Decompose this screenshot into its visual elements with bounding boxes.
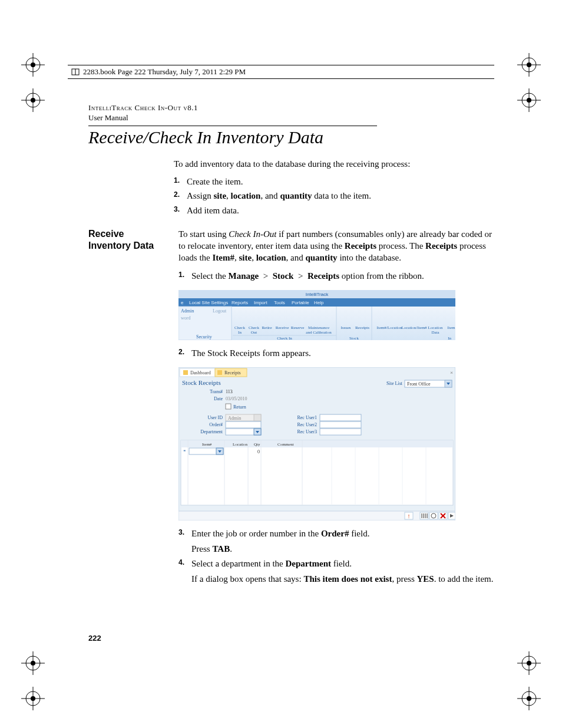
crop-mark-icon: [21, 687, 45, 710]
svg-text:Return: Return: [233, 404, 246, 410]
svg-text:Out: Out: [251, 330, 257, 335]
svg-text:Item#/Location: Item#/Location: [376, 325, 402, 330]
crop-mark-icon: [21, 88, 45, 112]
svg-text:03/05/2010: 03/05/2010: [226, 396, 247, 401]
book-icon: [71, 68, 80, 76]
svg-text:*: *: [183, 449, 186, 454]
svg-text:Rec User3: Rec User3: [297, 429, 317, 434]
section-intro: To start using Check In-Out if part numb…: [178, 228, 494, 264]
svg-text:e: e: [181, 300, 184, 305]
svg-text:Stock Receipts: Stock Receipts: [182, 379, 221, 386]
form-screenshot: Dashboard Receipts × Stock Receipts Site…: [178, 367, 494, 521]
step-2: 2.The Stock Receipts form appears.: [178, 347, 494, 359]
svg-text:Item#: Item#: [202, 442, 212, 447]
svg-point-15: [527, 98, 531, 103]
svg-text:Date: Date: [214, 396, 223, 401]
crop-mark-icon: [517, 651, 541, 675]
svg-text:×: ×: [450, 370, 453, 375]
svg-text:Local Site Settings: Local Site Settings: [189, 300, 228, 305]
svg-text:Rec User1: Rec User1: [297, 415, 317, 420]
svg-text:Trans#: Trans#: [210, 389, 223, 394]
svg-text:Location/Item#: Location/Item#: [401, 325, 427, 330]
app-title: IntelliTrack: [306, 292, 329, 297]
svg-point-31: [527, 696, 531, 701]
svg-text:Receive: Receive: [276, 325, 289, 330]
svg-text:Maintenance: Maintenance: [308, 325, 329, 330]
svg-text:Receipts: Receipts: [224, 370, 241, 375]
svg-text:!: !: [408, 513, 410, 519]
svg-rect-97: [226, 421, 261, 428]
svg-text:Retire: Retire: [262, 325, 272, 330]
svg-text:Issues: Issues: [340, 325, 351, 330]
step-1: 1.Select the Manage > Stock > Receipts o…: [178, 270, 494, 282]
svg-text:Receipts: Receipts: [355, 325, 369, 330]
intro-step-3: 3.Add item data.: [174, 205, 494, 216]
step-3: 3.Enter the job or order number in the O…: [178, 528, 494, 555]
svg-rect-89: [226, 404, 231, 409]
svg-text:User ID: User ID: [207, 415, 223, 420]
svg-point-3: [31, 62, 35, 67]
svg-text:Import: Import: [254, 300, 267, 305]
svg-text:Logout: Logout: [213, 308, 227, 314]
svg-text:Stock: Stock: [349, 336, 359, 340]
running-head: IntelliTrack Check In-Out v8.1 User Manu…: [88, 103, 494, 123]
svg-text:Qty: Qty: [254, 442, 260, 447]
svg-text:Check In: Check In: [277, 336, 292, 340]
svg-text:Site List: Site List: [386, 381, 403, 386]
svg-rect-126: [178, 511, 455, 521]
ribbon-screenshot: IntelliTrack e Local Site Settings Repor…: [178, 290, 494, 340]
crop-mark-icon: [21, 53, 45, 77]
page-number: 222: [88, 634, 101, 643]
svg-text:Location: Location: [428, 325, 443, 330]
svg-rect-104: [320, 421, 361, 428]
svg-text:Security: Security: [196, 334, 212, 340]
svg-text:Reports: Reports: [232, 300, 248, 305]
header-text: 2283.book Page 222 Thursday, July 7, 201…: [83, 67, 246, 77]
step-4: 4.Select a department in the Department …: [178, 558, 494, 585]
svg-text:In: In: [448, 336, 451, 340]
svg-rect-77: [217, 370, 222, 375]
intro-paragraph: To add inventory data to the database du…: [174, 158, 494, 170]
intro-step-1: 1.Create the item.: [174, 176, 494, 187]
svg-text:Dashboard: Dashboard: [190, 370, 211, 375]
section-side-heading: Receive Inventory Data: [88, 228, 178, 252]
svg-rect-103: [320, 414, 361, 421]
svg-text:Help: Help: [314, 300, 324, 305]
svg-text:Check: Check: [249, 325, 259, 330]
svg-point-27: [31, 696, 35, 701]
framemaker-header: 2283.book Page 222 Thursday, July 7, 201…: [68, 65, 494, 79]
svg-text:Data: Data: [431, 330, 439, 335]
svg-text:word: word: [181, 315, 190, 321]
svg-text:In: In: [238, 330, 242, 335]
svg-rect-96: [254, 414, 261, 421]
intro-step-2: 2.Assign site, location, and quantity da…: [174, 190, 494, 202]
svg-text:Portable: Portable: [292, 300, 309, 305]
chapter-title: Receive/Check In Inventory Data: [88, 127, 494, 147]
title-rule: [88, 126, 377, 126]
svg-point-23: [527, 661, 531, 666]
svg-text:113: 113: [226, 389, 233, 394]
svg-text:Department: Department: [200, 429, 223, 434]
running-head-doc: User Manual: [88, 113, 494, 123]
svg-rect-74: [183, 370, 188, 375]
svg-text:Order#: Order#: [209, 422, 223, 427]
svg-text:Front Office: Front Office: [407, 381, 431, 387]
crop-mark-icon: [517, 88, 541, 112]
svg-text:Location: Location: [233, 442, 247, 447]
svg-point-7: [527, 62, 531, 67]
running-head-product: IntelliTrack Check In-Out v8.1: [88, 103, 494, 113]
svg-point-19: [31, 661, 35, 666]
crop-mark-icon: [21, 651, 45, 675]
crop-mark-icon: [517, 53, 541, 77]
svg-point-11: [31, 98, 35, 103]
svg-rect-107: [181, 440, 453, 447]
intro-steps: 1.Create the item. 2.Assign site, locati…: [174, 176, 494, 216]
svg-text:Tools: Tools: [274, 300, 285, 305]
svg-text:0: 0: [257, 449, 260, 454]
svg-rect-105: [320, 429, 361, 435]
svg-text:Item: Item: [448, 325, 455, 330]
svg-text:Check: Check: [234, 325, 245, 330]
svg-text:Reserve: Reserve: [291, 325, 305, 330]
svg-text:Comment: Comment: [277, 442, 294, 447]
svg-text:Admin: Admin: [181, 308, 194, 314]
